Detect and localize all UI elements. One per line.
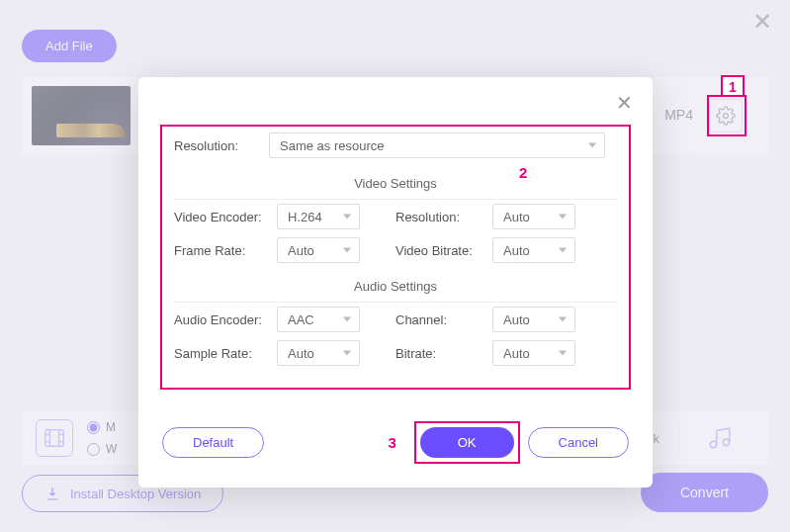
channel-select[interactable]: Auto [492, 307, 575, 332]
video-settings-title: Video Settings [162, 176, 629, 191]
sample-rate-select[interactable]: Auto [277, 340, 360, 366]
frame-rate-label: Frame Rate: [174, 243, 269, 258]
resolution-select[interactable]: Same as resource [269, 133, 605, 158]
audio-bitrate-select[interactable]: Auto [492, 340, 575, 366]
frame-rate-select[interactable]: Auto [277, 237, 360, 263]
callout-2: 2 [519, 164, 527, 181]
modal-close-icon[interactable]: ✕ [616, 91, 633, 115]
video-resolution-label: Resolution: [395, 210, 484, 224]
video-bitrate-select[interactable]: Auto [492, 237, 575, 263]
video-encoder-label: Video Encoder: [174, 210, 269, 224]
callout-1: 1 [721, 75, 745, 97]
settings-panel: Resolution: Same as resource Video Setti… [160, 125, 631, 390]
default-button[interactable]: Default [162, 427, 264, 458]
audio-encoder-select[interactable]: AAC [277, 307, 360, 332]
sample-rate-label: Sample Rate: [174, 346, 269, 361]
cancel-button[interactable]: Cancel [528, 427, 629, 458]
callout-3-box: OK [414, 421, 520, 464]
callout-1-box [707, 95, 746, 136]
callout-3: 3 [388, 434, 395, 451]
video-bitrate-label: Video Bitrate: [395, 243, 484, 258]
audio-settings-title: Audio Settings [162, 279, 629, 294]
video-encoder-select[interactable]: H.264 [277, 204, 360, 229]
ok-button[interactable]: OK [420, 427, 514, 458]
channel-label: Channel: [395, 312, 484, 327]
settings-modal: ✕ 2 Resolution: Same as resource Video S… [138, 77, 653, 488]
audio-bitrate-label: Bitrate: [395, 346, 484, 361]
resolution-label: Resolution: [174, 138, 269, 153]
video-resolution-select[interactable]: Auto [492, 204, 575, 229]
audio-encoder-label: Audio Encoder: [174, 312, 269, 327]
